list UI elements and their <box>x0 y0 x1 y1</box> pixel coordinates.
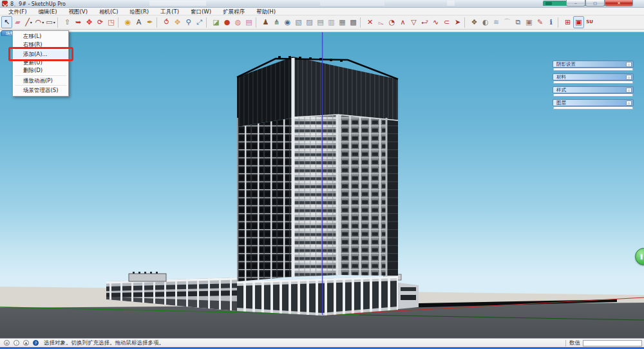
followme-tool-icon[interactable]: ➥ <box>73 16 84 28</box>
section-cut-tool-icon[interactable]: ⮐ <box>419 16 430 28</box>
panel-collapse-button[interactable]: ▫ <box>626 100 632 106</box>
style-shaded-icon[interactable]: ▦ <box>337 16 348 28</box>
panel-title-label: 图层 <box>556 100 566 106</box>
context-menu-item-7[interactable]: 播放动画(P) <box>13 77 68 85</box>
panel-collapse-button[interactable]: ▫ <box>626 88 632 93</box>
sketchup-app-icon <box>2 1 8 6</box>
minimize-button[interactable]: ‒ <box>566 0 585 6</box>
close-button[interactable]: ✕ <box>605 0 633 6</box>
signin-icon[interactable]: ♟ <box>23 340 29 346</box>
context-menu-item-5[interactable]: 删除(D) <box>13 66 68 75</box>
zoom-tool-icon[interactable]: ⚲ <box>183 16 194 28</box>
line-tool-icon[interactable]: ╱▾ <box>23 16 34 28</box>
toolbar-separator <box>256 17 259 28</box>
fog-toggle-icon[interactable]: ◍ <box>232 16 243 28</box>
panel-title-bar[interactable]: 样式▫ <box>553 86 634 93</box>
watermark-window-icon[interactable]: ✎ <box>535 16 545 28</box>
panel-title-bar[interactable]: 材料▫ <box>553 73 634 80</box>
menu-item-3[interactable]: 相机(C) <box>93 8 124 15</box>
measurement-label: 数值 <box>569 339 580 347</box>
maximize-button[interactable]: ▢ <box>585 0 605 6</box>
panel-body-strip <box>553 68 633 71</box>
help-icon[interactable]: ? <box>33 340 39 346</box>
background-window-tab <box>320 1 384 6</box>
pushpull-tool-icon[interactable]: ⇧ <box>62 16 73 28</box>
position-camera-tool-icon[interactable]: ♟ <box>260 16 271 28</box>
shadows-toggle-icon[interactable]: ● <box>222 16 232 28</box>
path-tool-icon[interactable]: ➤ <box>452 16 463 28</box>
geolocation-icon[interactable]: ⊕ <box>4 340 10 346</box>
context-menu-item-9[interactable]: 场景管理器(S) <box>13 86 68 95</box>
tower-body <box>237 115 398 281</box>
style-shaded-textures-icon[interactable]: ▩ <box>348 16 359 28</box>
axes-tool-icon[interactable]: ✕ <box>365 16 375 28</box>
3d-text-tool-icon[interactable]: ✒ <box>144 16 155 28</box>
rectangle-tool-icon[interactable]: ▭▾ <box>45 16 56 28</box>
menu-item-4[interactable]: 绘图(R) <box>124 8 155 15</box>
photo-textures-window-icon[interactable]: ▣ <box>524 16 535 28</box>
model-viewport[interactable]: 场景号1 阴影设置▫材料▫样式▫图层▫ ❚❚ <box>0 30 644 338</box>
menu-item-1[interactable]: 编辑(E) <box>33 8 63 15</box>
3d-scene <box>0 30 644 338</box>
tape-measure-tool-icon[interactable]: ⌳ <box>375 16 386 28</box>
pan-tool-icon[interactable]: ✥ <box>172 16 183 28</box>
menu-item-7[interactable]: 扩展程序 <box>217 8 251 15</box>
text-annotation-tool-icon[interactable]: ▽ <box>408 16 419 28</box>
annotation-highlight-box <box>8 47 73 61</box>
look-around-tool-icon[interactable]: ◉ <box>282 16 293 28</box>
sketchup-window: 8、9# - SketchUp Pro ‒ ▢ ✕ 文件(F)编辑(E)视图(V… <box>0 0 644 349</box>
arc-tool-icon[interactable]: ◠▾ <box>34 16 45 28</box>
orbit-tool-icon[interactable]: ⥀ <box>161 16 172 28</box>
extension-button-1-icon[interactable]: ⊞ <box>562 16 573 28</box>
status-divider <box>565 340 566 346</box>
style-hidden-line-icon[interactable]: ▥ <box>326 16 337 28</box>
panel-body-strip <box>553 81 633 84</box>
menu-item-8[interactable]: 帮助(H) <box>251 8 281 15</box>
fog-window-icon[interactable]: ≋ <box>491 16 502 28</box>
toolbar: ↖▰╱▾◠▾▭▾⇧➥✥⟳◳◉A✒⥀✥⚲⤢◪●◍▤♟⋔◉▧▨▤▥▦▩✕⌳◔∧▽⮐∿… <box>0 15 644 30</box>
soften-edges-window-icon[interactable]: ⌒ <box>502 16 513 28</box>
panel-title-bar[interactable]: 图层▫ <box>553 99 634 106</box>
section-plane-tool-icon[interactable]: ◪ <box>211 16 222 28</box>
eraser-tool-icon[interactable]: ▰ <box>12 16 23 28</box>
sketchup-logo-button-icon[interactable]: SU <box>584 16 595 28</box>
panel-title-bar[interactable]: 阴影设置▫ <box>553 61 634 68</box>
offset-tool-icon[interactable]: ⊂ <box>441 16 452 28</box>
tower-base <box>237 276 398 316</box>
tray-panel-2: 样式▫ <box>553 86 634 97</box>
context-menu-item-0[interactable]: 左移(L) <box>13 32 68 41</box>
paint-bucket-tool-icon[interactable]: ◉ <box>122 16 133 28</box>
extension-button-2-icon[interactable]: ▣ <box>573 16 584 28</box>
menu-item-6[interactable]: 窗口(W) <box>185 8 217 15</box>
menu-item-2[interactable]: 视图(V) <box>63 8 93 15</box>
menu-item-0[interactable]: 文件(F) <box>3 8 33 15</box>
scale-tool-icon[interactable]: ◳ <box>106 16 117 28</box>
style-xray-icon[interactable]: ▧ <box>293 16 304 28</box>
style-wireframe-icon[interactable]: ▤ <box>315 16 326 28</box>
walk-tool-icon[interactable]: ⋔ <box>271 16 282 28</box>
panel-title-label: 阴影设置 <box>556 61 576 68</box>
model-info-window-icon[interactable]: ℹ <box>545 16 556 28</box>
select-tool-icon[interactable]: ↖ <box>1 16 12 28</box>
menu-item-5[interactable]: 工具(T) <box>155 8 185 15</box>
shadows-window-icon[interactable]: ◐ <box>480 16 491 28</box>
panel-collapse-button[interactable]: ▫ <box>626 62 632 67</box>
measurement-input[interactable] <box>583 340 642 346</box>
protractor-tool-icon[interactable]: ◔ <box>386 16 397 28</box>
outliner-window-icon[interactable]: ⧉ <box>513 16 524 28</box>
toolbar-separator <box>558 17 561 28</box>
freehand-tool-icon[interactable]: ∿ <box>430 16 441 28</box>
dimension-tool-icon[interactable]: ∧ <box>397 16 408 28</box>
match-photo-icon[interactable]: ▤ <box>243 16 254 28</box>
zoom-extents-tool-icon[interactable]: ⤢ <box>194 16 205 28</box>
tray-panel-3: 图层▫ <box>553 99 634 109</box>
tray-panel-1: 材料▫ <box>553 73 634 84</box>
rotate-tool-icon[interactable]: ⟳ <box>95 16 106 28</box>
title-bar: 8、9# - SketchUp Pro ‒ ▢ ✕ <box>0 0 644 8</box>
components-window-icon[interactable]: ❖ <box>469 16 480 28</box>
text-tool-icon[interactable]: A <box>133 16 144 28</box>
style-back-edges-icon[interactable]: ▨ <box>304 16 315 28</box>
credits-icon[interactable]: i <box>14 340 19 346</box>
panel-collapse-button[interactable]: ▫ <box>626 75 632 80</box>
move-tool-icon[interactable]: ✥ <box>84 16 95 28</box>
